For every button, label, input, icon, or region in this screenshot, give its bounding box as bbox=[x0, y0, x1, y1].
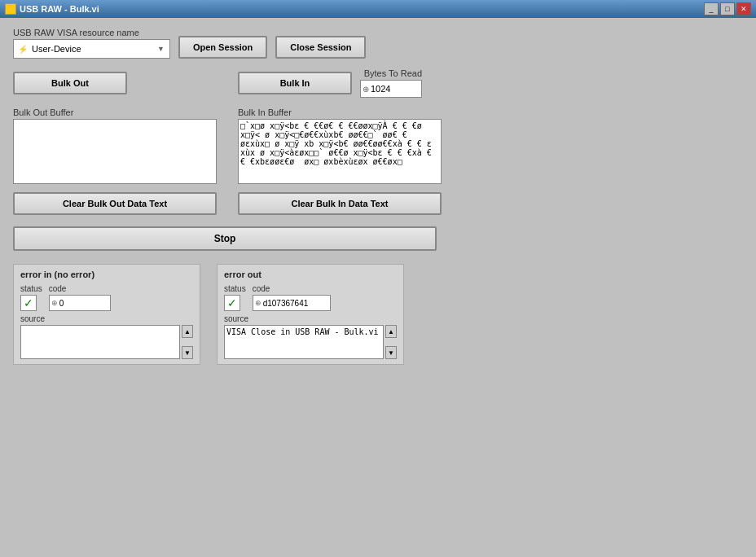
error-out-panel: error out status ✓ code ⊕ source bbox=[217, 264, 404, 365]
resource-icon: ⚡ bbox=[17, 43, 29, 55]
close-session-button[interactable]: Close Session bbox=[275, 36, 366, 59]
error-out-code-input[interactable] bbox=[263, 299, 328, 308]
error-in-panel: error in (no error) status ✓ code ⊕ sour… bbox=[13, 264, 200, 365]
window-title: USB RAW - Bulk.vi bbox=[20, 4, 99, 14]
error-in-source-textarea[interactable] bbox=[20, 325, 180, 359]
resource-select[interactable]: User-Device bbox=[32, 44, 154, 54]
resource-select-wrapper: ⚡ User-Device ▼ bbox=[13, 39, 170, 59]
clear-bulk-in-button[interactable]: Clear Bulk In Data Text bbox=[238, 192, 442, 215]
stop-row: Stop bbox=[13, 226, 743, 251]
resource-name-group: USB RAW VISA resource name ⚡ User-Device… bbox=[13, 28, 170, 59]
error-in-source-label: source bbox=[20, 314, 193, 323]
error-in-checkmark: ✓ bbox=[24, 296, 33, 309]
window-controls: _ □ ✕ bbox=[704, 2, 751, 15]
error-in-source-wrapper: ▲ ▼ bbox=[20, 325, 193, 359]
error-out-source-wrapper: ▲ ▼ bbox=[224, 325, 397, 359]
resource-name-row: USB RAW VISA resource name ⚡ User-Device… bbox=[13, 28, 743, 59]
bytes-to-read-wrapper: ⊕ bbox=[360, 80, 422, 98]
buffer-section: Bulk Out Buffer Bulk In Buffer bbox=[13, 107, 743, 184]
spinner-icon: ⊕ bbox=[363, 85, 369, 94]
error-in-code-label: code bbox=[49, 284, 111, 293]
error-out-source-textarea[interactable] bbox=[224, 325, 384, 359]
error-in-status-label: status bbox=[20, 284, 42, 293]
maximize-button[interactable]: □ bbox=[720, 2, 735, 15]
error-panels: error in (no error) status ✓ code ⊕ sour… bbox=[13, 264, 743, 365]
bulk-in-buffer-label: Bulk In Buffer bbox=[238, 107, 442, 117]
bulk-actions-row: Bulk Out Bulk In Bytes To Read ⊕ bbox=[13, 68, 743, 98]
error-out-scroll-up[interactable]: ▲ bbox=[385, 325, 397, 338]
error-out-scroll-btns: ▲ ▼ bbox=[385, 325, 397, 359]
close-button[interactable]: ✕ bbox=[736, 2, 751, 15]
clear-bulk-out-button[interactable]: Clear Bulk Out Data Text bbox=[13, 192, 217, 215]
error-out-status-label: status bbox=[224, 284, 246, 293]
bytes-to-read-input[interactable] bbox=[371, 84, 420, 94]
error-in-scroll-up[interactable]: ▲ bbox=[182, 325, 193, 338]
bulk-in-buffer-textarea[interactable] bbox=[238, 119, 442, 184]
error-in-code-group: code ⊕ bbox=[49, 284, 111, 311]
error-in-scroll-down[interactable]: ▼ bbox=[182, 346, 193, 359]
bulk-out-buffer-label: Bulk Out Buffer bbox=[13, 107, 217, 117]
error-in-fields: status ✓ code ⊕ bbox=[20, 284, 193, 311]
clear-buttons-row: Clear Bulk Out Data Text Clear Bulk In D… bbox=[13, 192, 743, 215]
minimize-button[interactable]: _ bbox=[704, 2, 719, 15]
bulk-out-button[interactable]: Bulk Out bbox=[13, 72, 127, 94]
error-in-scroll-btns: ▲ ▼ bbox=[182, 325, 193, 359]
app-icon: ⚡ bbox=[5, 3, 16, 15]
error-out-status-group: status ✓ bbox=[224, 284, 246, 311]
error-out-checkmark: ✓ bbox=[227, 296, 237, 309]
error-in-status-group: status ✓ bbox=[20, 284, 42, 311]
open-session-button[interactable]: Open Session bbox=[178, 36, 267, 59]
dropdown-arrow-icon: ▼ bbox=[156, 45, 166, 53]
error-in-status-indicator: ✓ bbox=[20, 295, 37, 311]
error-out-code-group: code ⊕ bbox=[253, 284, 331, 311]
error-out-status-indicator: ✓ bbox=[224, 295, 240, 311]
bulk-out-buffer-textarea[interactable] bbox=[13, 119, 217, 184]
error-out-code-label: code bbox=[253, 284, 331, 293]
error-out-fields: status ✓ code ⊕ bbox=[224, 284, 397, 311]
error-out-source-label: source bbox=[224, 314, 397, 323]
bytes-to-read-label: Bytes To Read bbox=[364, 68, 422, 78]
error-out-scroll-down[interactable]: ▼ bbox=[385, 346, 397, 359]
error-in-title: error in (no error) bbox=[20, 270, 193, 279]
bulk-out-buffer-group: Bulk Out Buffer bbox=[13, 107, 217, 184]
bulk-in-button[interactable]: Bulk In bbox=[238, 72, 352, 94]
main-content: USB RAW VISA resource name ⚡ User-Device… bbox=[0, 18, 756, 557]
stop-button[interactable]: Stop bbox=[13, 226, 437, 251]
bulk-in-buffer-group: Bulk In Buffer bbox=[238, 107, 442, 184]
error-out-title: error out bbox=[224, 270, 397, 279]
code-spinner-icon: ⊕ bbox=[51, 299, 58, 307]
bytes-to-read-group: Bytes To Read ⊕ bbox=[360, 68, 422, 98]
error-in-code-input[interactable] bbox=[59, 299, 108, 308]
title-bar: ⚡ USB RAW - Bulk.vi _ □ ✕ bbox=[0, 0, 756, 18]
resource-name-label: USB RAW VISA resource name bbox=[13, 28, 170, 37]
code-out-spinner-icon: ⊕ bbox=[255, 299, 262, 307]
